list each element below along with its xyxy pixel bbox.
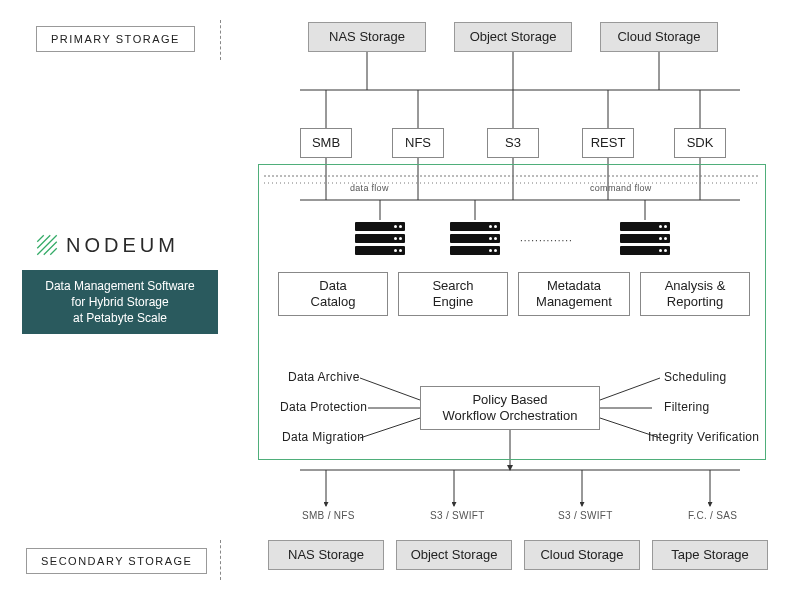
sec-proto-0: SMB / NFS	[302, 510, 355, 521]
protocol-s3: S3	[487, 128, 539, 158]
primary-nas: NAS Storage	[308, 22, 426, 52]
primary-storage-label: PRIMARY STORAGE	[36, 26, 195, 52]
orch-left-archive: Data Archive	[288, 370, 360, 384]
server-icon	[355, 222, 405, 262]
tagline-box: Data Management Softwarefor Hybrid Stora…	[22, 270, 218, 334]
protocol-nfs: NFS	[392, 128, 444, 158]
sec-proto-3: F.C. / SAS	[688, 510, 737, 521]
orch-right-integrity: Integrity Verification	[648, 430, 759, 444]
sec-proto-1: S3 / SWIFT	[430, 510, 485, 521]
module-search-engine: SearchEngine	[398, 272, 508, 316]
protocol-rest: REST	[582, 128, 634, 158]
module-metadata: MetadataManagement	[518, 272, 630, 316]
secondary-cloud: Cloud Storage	[524, 540, 640, 570]
ellipsis-icon: ··············	[520, 235, 573, 246]
data-flow-label: data flow	[350, 183, 389, 193]
orch-right-filtering: Filtering	[664, 400, 709, 414]
protocol-smb: SMB	[300, 128, 352, 158]
sec-proto-2: S3 / SWIFT	[558, 510, 613, 521]
module-analysis: Analysis &Reporting	[640, 272, 750, 316]
brand-name: NODEUM	[66, 234, 179, 257]
svg-line-36	[50, 248, 57, 255]
primary-object: Object Storage	[454, 22, 572, 52]
secondary-object: Object Storage	[396, 540, 512, 570]
brand-logo-icon	[34, 232, 60, 258]
secondary-nas: NAS Storage	[268, 540, 384, 570]
secondary-tape: Tape Storage	[652, 540, 768, 570]
divider	[220, 20, 221, 60]
command-flow-label: command flow	[590, 183, 652, 193]
orch-left-protection: Data Protection	[280, 400, 367, 414]
secondary-storage-label: SECONDARY STORAGE	[26, 548, 207, 574]
primary-cloud: Cloud Storage	[600, 22, 718, 52]
svg-line-34	[44, 242, 57, 255]
protocol-sdk: SDK	[674, 128, 726, 158]
orchestration-box: Policy BasedWorkflow Orchestration	[420, 386, 600, 430]
orch-right-scheduling: Scheduling	[664, 370, 726, 384]
module-data-catalog: DataCatalog	[278, 272, 388, 316]
svg-line-35	[37, 235, 44, 242]
server-icon	[620, 222, 670, 262]
orch-left-migration: Data Migration	[282, 430, 364, 444]
svg-line-33	[37, 235, 50, 248]
divider	[220, 540, 221, 580]
server-icon	[450, 222, 500, 262]
